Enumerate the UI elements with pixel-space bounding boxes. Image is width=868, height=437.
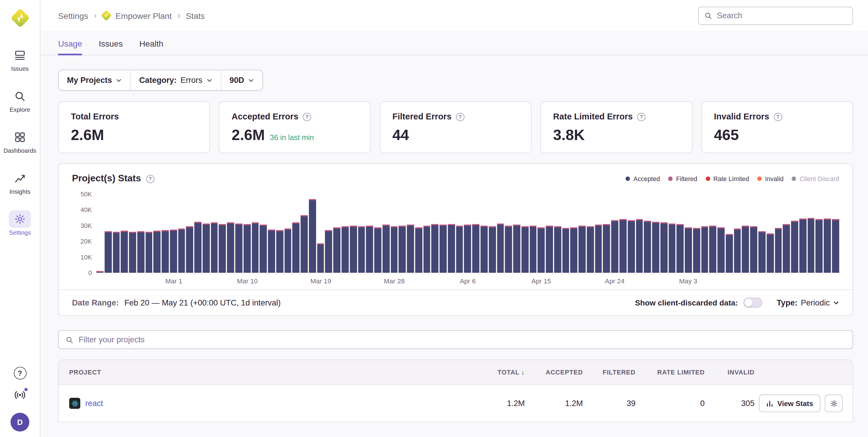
chart-bar [243,224,250,273]
bar-cap [219,224,226,225]
project-stats-panel: Project(s) Stats ? AcceptedFilteredRate … [58,163,853,316]
bar-cap [333,227,340,228]
bar-cap [186,227,193,228]
chart-bar [693,228,700,273]
project-filter-input[interactable] [79,335,846,344]
chart-bar [554,227,561,273]
bar-cap [480,226,488,227]
project-filter[interactable] [58,330,853,349]
column-project: PROJECT [59,369,454,376]
bar-cap [153,231,160,232]
chart-bar [407,225,414,273]
bar-cap [325,230,332,232]
notification-dot [24,387,28,392]
bar-cap [440,225,447,226]
sidebar-item-label: Dashboards [4,147,36,154]
info-icon[interactable]: ? [774,113,782,121]
client-discard-toggle[interactable] [743,298,763,308]
chart-bar [799,218,806,273]
legend-dot [668,177,673,181]
category-dropdown[interactable]: Category: Errors [130,70,221,90]
sidebar-item-issues[interactable]: Issues [9,46,31,72]
chart-bar [146,232,153,273]
info-icon[interactable]: ? [637,113,646,121]
legend-item-accepted[interactable]: Accepted [626,175,660,182]
chart-bar [121,231,128,273]
bar-cap [832,220,839,221]
legend-label: Invalid [765,175,783,182]
bar-cap [652,222,659,223]
chart-bar [669,223,676,273]
issues-icon [9,46,31,64]
search-input[interactable] [717,11,847,20]
chart-bar [513,225,520,273]
content: My Projects Category: Errors 90D Total E… [40,56,868,437]
bar-cap [717,227,724,228]
bar-cap [358,227,365,228]
chart-bar [660,222,668,273]
chart-legend: AcceptedFilteredRate LimitedInvalidClien… [626,175,839,182]
project-link[interactable]: react [85,399,103,408]
chart-bar [268,229,275,273]
chart-bar [374,227,381,273]
chart-bar [186,227,193,273]
stat-title: Accepted Errors [231,112,298,122]
chart-bar [178,229,185,273]
view-stats-button[interactable]: View Stats [759,395,820,412]
column-invalid: INVALID [706,369,755,376]
chevron-down-icon [248,77,254,83]
tab-health[interactable]: Health [139,31,163,56]
chart-bar [399,226,406,273]
chart-bar [783,224,790,273]
chart-bar [521,227,528,273]
stat-title: Total Errors [71,112,119,122]
sidebar-nav: Issues Explore Dashboards Insights [4,46,36,251]
legend-dot [706,177,710,181]
bar-chart-icon [766,400,773,407]
type-dropdown[interactable]: Type: Periodic [777,298,839,307]
cell-filtered: 39 [584,399,637,408]
chart-bar [137,231,144,273]
legend-item-rate-limited[interactable]: Rate Limited [706,175,749,182]
sidebar-item-label: Settings [9,229,31,236]
chart-bar [464,225,471,273]
legend-item-client-discard[interactable]: Client Discard [792,175,839,182]
sidebar-item-settings[interactable]: Settings [9,210,31,236]
bar-cap [693,228,700,229]
legend-item-filtered[interactable]: Filtered [668,175,697,182]
chart-bar [260,225,267,273]
bar-cap [627,220,634,222]
breadcrumb-settings[interactable]: Settings [58,11,88,20]
column-total-sort[interactable]: TOTAL↓ [497,369,525,376]
user-avatar[interactable]: D [11,413,30,432]
line-chart-icon [9,169,31,187]
legend-label: Filtered [676,175,697,182]
sidebar-item-explore[interactable]: Explore [9,87,31,113]
whats-new-button[interactable] [13,388,27,404]
x-axis: Mar 1Mar 10Mar 19Mar 28Apr 6Apr 15Apr 24… [96,273,839,289]
info-icon[interactable]: ? [456,113,464,121]
column-rate-limited: RATE LIMITED [637,369,706,376]
bar-cap [415,227,422,228]
tab-issues[interactable]: Issues [99,31,123,56]
tab-usage[interactable]: Usage [58,31,82,56]
sidebar-item-dashboards[interactable]: Dashboards [4,128,36,154]
my-projects-dropdown[interactable]: My Projects [59,70,130,90]
period-dropdown[interactable]: 90D [221,70,262,90]
global-search[interactable] [698,6,853,25]
legend-item-invalid[interactable]: Invalid [757,175,784,182]
chart-bar [717,227,724,273]
info-icon[interactable]: ? [146,174,154,183]
bar-cap [489,227,496,228]
sentry-logo[interactable] [9,7,31,29]
help-icon[interactable]: ? [13,367,26,379]
breadcrumb-project[interactable]: Empower Plant [115,11,172,20]
info-icon[interactable]: ? [303,113,311,121]
search-icon [65,336,73,344]
sidebar-item-insights[interactable]: Insights [9,169,31,195]
bar-cap [579,226,586,227]
project-settings-button[interactable] [825,395,843,412]
cell-total: 1.2M [454,399,526,408]
chart-bar [652,222,659,273]
stat-card-total-errors: Total Errors 2.6M [58,101,210,153]
